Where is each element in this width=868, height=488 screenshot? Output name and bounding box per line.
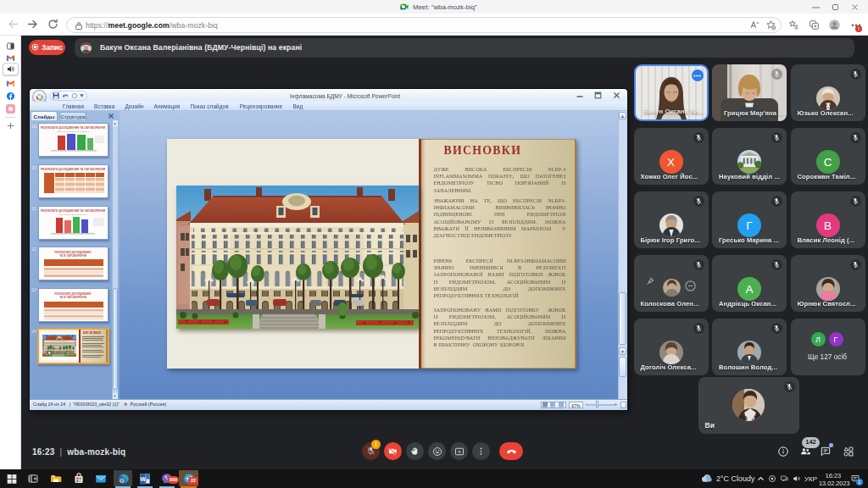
svg-text:РЕЗУЛЬТАТИ ДОСЛІДЖЕННЯ ТА ОБГО: РЕЗУЛЬТАТИ ДОСЛІДЖЕННЯ ТА ОБГОВОРЕННЯ <box>41 168 106 171</box>
svg-text:W: W <box>140 476 146 482</box>
svg-text:ТА ЇХ ОБГОВОРЕННЯ: ТА ЇХ ОБГОВОРЕННЯ <box>59 296 86 299</box>
svg-text:РЕЗУЛЬТАТИ ДОСЛІДЖЕННЯ ТА ОБГО: РЕЗУЛЬТАТИ ДОСЛІДЖЕННЯ ТА ОБГОВОРЕННЯ <box>41 126 106 130</box>
svg-text:ТА ЇХ ОБГОВОРЕННЯ: ТА ЇХ ОБГОВОРЕННЯ <box>59 254 86 258</box>
svg-text:РЕЗУЛЬТАТИ ДОСЛІДЖЕННЯ ТА ОБГО: РЕЗУЛЬТАТИ ДОСЛІДЖЕННЯ ТА ОБГОВОРЕННЯ <box>41 209 106 213</box>
svg-text:Рівень маркерів при лікуванні: Рівень маркерів при лікуванні жінок <box>58 214 86 215</box>
svg-text:Рівень експресії NLRP3 при енд: Рівень експресії NLRP3 при ендометріозі <box>57 130 90 132</box>
